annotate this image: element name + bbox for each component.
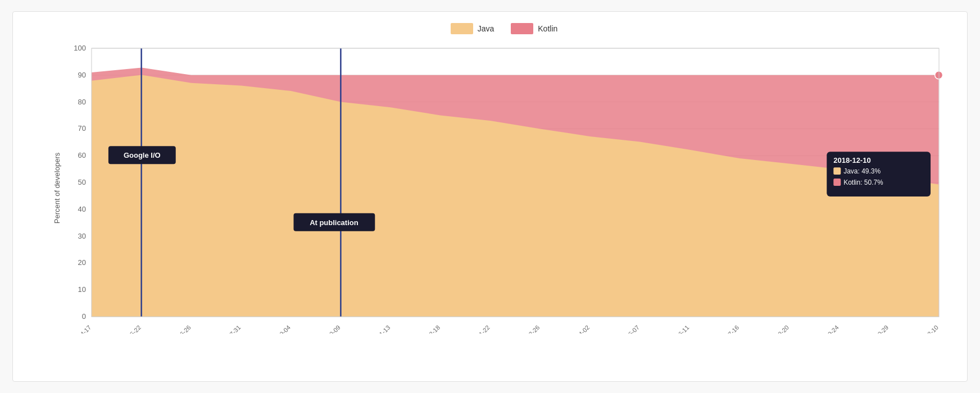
tooltip-kotlin-swatch: [833, 179, 841, 186]
chart-area: Percent of developers: [58, 43, 950, 333]
chart-legend: Java Kotlin: [58, 23, 950, 34]
tooltip-date: 2018-12-10: [833, 156, 870, 164]
x-tick-11: 2018-05-07: [614, 324, 641, 333]
svg-text:50: 50: [78, 178, 85, 186]
x-tick-5: 2017-10-09: [315, 324, 342, 333]
legend-java: Java: [451, 23, 494, 34]
tooltip-kotlin-value: Kotlin: 50.7%: [843, 179, 883, 186]
legend-kotlin: Kotlin: [511, 23, 557, 34]
svg-text:20: 20: [78, 258, 85, 267]
x-tick-9: 2018-02-26: [514, 324, 541, 333]
x-tick-8: 2018-01-22: [464, 324, 491, 333]
x-tick-17: 2018-12-10: [913, 324, 940, 333]
x-tick-1: 2017-05-22: [115, 324, 142, 333]
kotlin-label: Kotlin: [538, 24, 557, 33]
java-label: Java: [478, 24, 494, 33]
tooltip-java-value: Java: 49.3%: [843, 167, 881, 175]
svg-text:70: 70: [78, 124, 85, 132]
x-tick-7: 2017-12-18: [414, 324, 441, 333]
x-tick-3: 2017-07-31: [215, 324, 242, 333]
chart-svg: 0 10 20 30 40 50 60 70 80 90 100 2017-04…: [58, 43, 950, 333]
java-swatch: [451, 23, 473, 34]
svg-text:100: 100: [74, 44, 86, 52]
x-tick-6: 2017-11-13: [364, 324, 391, 333]
svg-text:0: 0: [82, 312, 86, 321]
x-tick-14: 2018-08-20: [763, 324, 790, 333]
x-tick-4: 2017-09-04: [265, 324, 292, 333]
y-axis-label: Percent of developers: [53, 153, 61, 223]
x-tick-0: 2017-04-17: [65, 324, 92, 333]
kotlin-swatch: [511, 23, 533, 34]
tooltip-java-swatch: [833, 167, 841, 175]
svg-text:80: 80: [78, 98, 85, 106]
svg-text:10: 10: [78, 285, 85, 294]
chart-container: Java Kotlin Percent of developers: [12, 11, 968, 382]
svg-text:60: 60: [78, 151, 85, 159]
x-tick-13: 2018-07-16: [713, 324, 740, 333]
svg-text:30: 30: [78, 232, 85, 240]
x-tick-16: 2018-10-29: [863, 324, 890, 333]
x-tick-10: 2018-04-02: [564, 324, 591, 333]
svg-text:40: 40: [78, 205, 85, 213]
at-publication-annotation: At publication: [310, 218, 359, 227]
svg-text:90: 90: [78, 71, 85, 79]
x-tick-2: 2017-06-26: [165, 324, 192, 333]
x-tick-15: 2018-09-24: [813, 324, 840, 333]
x-tick-12: 2018-06-11: [663, 324, 690, 333]
google-io-annotation: Google I/O: [124, 151, 161, 159]
